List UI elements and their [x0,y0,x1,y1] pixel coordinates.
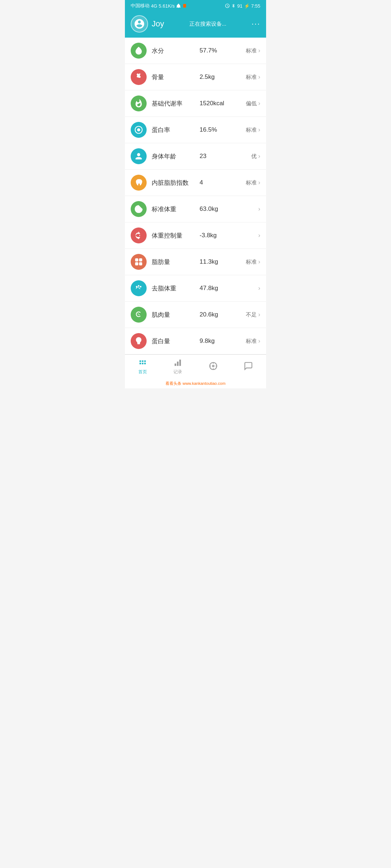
metric-arrow-bmr: › [258,100,260,107]
header-left: Joy [131,15,164,33]
metric-value-protein-rate: 16.5% [199,126,239,133]
metric-row-water[interactable]: 水分 57.7% 标准 › [125,38,266,64]
status-right: 91 ⚡ 7:55 [225,3,260,9]
metric-arrow-protein: › [258,337,260,345]
muscle-icon [134,310,143,319]
metric-value-std-weight: 63.0kg [199,205,239,213]
app-header: Joy 正在搜索设备... ··· [125,12,266,38]
metric-row-weight-ctrl[interactable]: 体重控制量 -3.8kg › [125,222,266,249]
metric-row-visceral-fat[interactable]: 内脏脂肪指数 4 标准 › [125,170,266,196]
metric-value-visceral-fat: 4 [199,179,239,186]
metric-row-muscle[interactable]: 肌肉量 20.6kg 不足 › [125,302,266,328]
metric-arrow-fat-mass: › [258,258,260,265]
metric-row-body-age[interactable]: 身体年龄 23 优 › [125,143,266,170]
metric-name-std-weight: 标准体重 [152,205,199,213]
metric-name-visceral-fat: 内脏脂肪指数 [152,179,199,187]
metric-name-body-age: 身体年龄 [152,152,199,161]
flag-icon [182,3,187,8]
metric-status-fat-mass: 标准 [239,259,257,265]
metric-row-bmr[interactable]: 基础代谢率 1520kcal 偏低 › [125,90,266,117]
metric-icon-protein [131,333,147,349]
metric-status-body-age: 优 [239,153,257,160]
metric-icon-body-age [131,148,147,164]
metric-arrow-muscle: › [258,311,260,318]
svg-point-15 [213,365,214,366]
metric-row-protein[interactable]: 蛋白量 9.8kg 标准 › [125,328,266,354]
metric-value-water: 57.7% [199,47,239,54]
metric-arrow-protein-rate: › [258,126,260,133]
status-bar: 中国移动 4G 5.61K/s 91 ⚡ 7:55 [125,0,266,12]
svg-point-9 [138,285,139,286]
metric-row-bone[interactable]: 骨量 2.5kg 标准 › [125,64,266,90]
water-icon [134,46,143,55]
weight-ctrl-icon [134,231,143,240]
avatar[interactable] [131,15,148,33]
metric-icon-visceral-fat [131,175,147,191]
svg-rect-12 [177,362,178,366]
nav-chat[interactable] [231,361,266,372]
svg-rect-11 [175,363,176,366]
metric-status-muscle: 不足 [239,311,257,318]
menu-button[interactable]: ··· [252,19,260,29]
svg-rect-6 [135,262,138,265]
metric-name-lean-mass: 去脂体重 [152,284,199,293]
svg-rect-4 [135,258,138,261]
metric-value-protein: 9.8kg [199,337,239,345]
home-icon [138,358,148,368]
nav-home[interactable]: 首页 [125,358,160,375]
metric-icon-lean-mass [131,280,147,296]
metric-row-lean-mass[interactable]: 去脂体重 47.8kg › [125,275,266,302]
metric-icon-std-weight [131,201,147,217]
metric-arrow-std-weight: › [258,205,260,213]
svg-rect-13 [180,359,181,366]
metric-value-fat-mass: 11.3kg [199,258,239,265]
bottom-navigation: 首页 记录 [125,354,266,380]
carrier-text: 中国移动 [131,3,150,9]
signal-text: 4G [151,3,157,9]
metric-icon-weight-ctrl [131,227,147,243]
metric-value-weight-ctrl: -3.8kg [199,232,239,239]
metric-value-lean-mass: 47.8kg [199,285,239,292]
metric-arrow-water: › [258,47,260,54]
metric-icon-fat-mass [131,254,147,270]
metric-status-visceral-fat: 标准 [239,179,257,186]
metric-status-bone: 标准 [239,74,257,81]
compass-icon [208,361,218,371]
metric-arrow-visceral-fat: › [258,179,260,186]
svg-rect-7 [139,262,142,265]
bone-icon [134,72,143,82]
network-speed: 5.61K/s [159,3,175,9]
protein-icon [134,125,143,135]
metric-icon-water [131,43,147,59]
records-icon [173,358,183,368]
metric-value-bmr: 1520kcal [199,100,239,107]
metric-name-bmr: 基础代谢率 [152,99,199,108]
protein2-icon [134,336,143,346]
metric-row-fat-mass[interactable]: 脂肪量 11.3kg 标准 › [125,249,266,275]
metric-icon-bone [131,69,147,85]
nav-compass[interactable] [196,361,231,372]
metric-status-bmr: 偏低 [239,100,257,107]
metric-status-protein: 标准 [239,338,257,345]
metric-value-muscle: 20.6kg [199,311,239,318]
metrics-list: 水分 57.7% 标准 › 骨量 2.5kg 标准 › 基础代谢率 1520kc… [125,38,266,354]
nav-records-label: 记录 [173,369,182,375]
battery-charge: ⚡ [244,3,250,9]
fat-icon [134,257,143,267]
metric-value-bone: 2.5kg [199,73,239,81]
svg-rect-5 [139,258,142,261]
person-icon [134,152,143,161]
metric-name-protein: 蛋白量 [152,337,199,345]
notification-icon [176,3,181,8]
metric-name-weight-ctrl: 体重控制量 [152,231,199,240]
nav-records[interactable]: 记录 [160,358,196,375]
metric-row-std-weight[interactable]: 标准体重 63.0kg › [125,196,266,222]
bluetooth-icon [231,3,236,8]
metric-name-water: 水分 [152,47,199,55]
metric-status-water: 标准 [239,47,257,54]
metric-row-protein-rate[interactable]: 蛋白率 16.5% 标准 › [125,117,266,143]
metric-arrow-body-age: › [258,153,260,160]
nav-home-label: 首页 [138,369,147,375]
watermark: 看看头条 www.kankantoutiao.com [125,380,266,388]
metric-icon-muscle [131,307,147,323]
